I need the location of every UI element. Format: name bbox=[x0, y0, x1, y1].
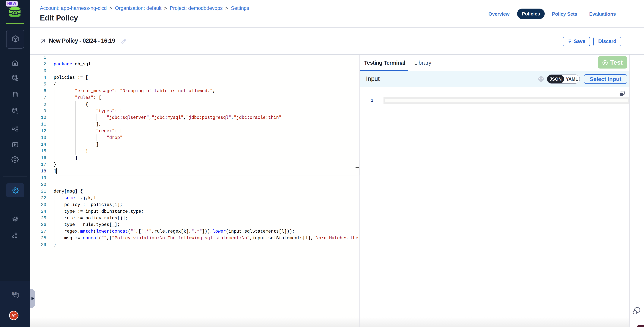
svg-text:?: ? bbox=[13, 292, 15, 295]
